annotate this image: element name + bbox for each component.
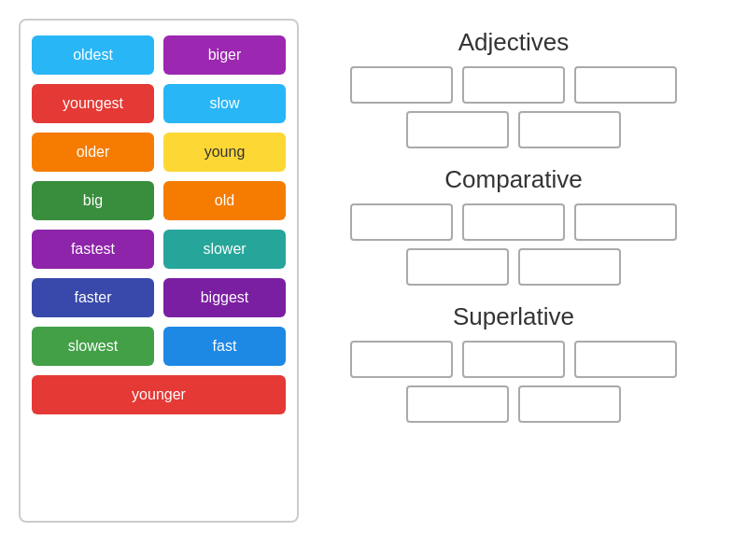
drop-box[interactable] — [350, 66, 453, 104]
word-tile-slowest[interactable]: slowest — [32, 327, 154, 366]
drop-row — [317, 111, 710, 148]
drop-row — [317, 248, 710, 286]
word-tile-young[interactable]: young — [163, 133, 286, 172]
section-title-superlative: Superlative — [317, 302, 710, 331]
word-tile-biger[interactable]: biger — [163, 35, 286, 75]
word-tile-slower[interactable]: slower — [163, 230, 286, 269]
sort-panel: AdjectivesComparativeSuperlative — [299, 19, 728, 430]
drop-box[interactable] — [350, 203, 453, 241]
word-tile-slow[interactable]: slow — [163, 84, 286, 123]
drop-row — [317, 385, 710, 423]
word-tile-older[interactable]: older — [32, 133, 154, 172]
drop-box[interactable] — [462, 203, 565, 241]
drop-box[interactable] — [406, 111, 509, 148]
drop-row — [317, 341, 710, 378]
drop-box[interactable] — [574, 203, 677, 241]
section-title-adjectives: Adjectives — [317, 28, 710, 57]
drop-box[interactable] — [462, 341, 565, 378]
word-tile-big[interactable]: big — [32, 181, 154, 220]
word-tile-fast[interactable]: fast — [163, 327, 286, 366]
drop-box[interactable] — [518, 385, 621, 423]
word-tile-youngest[interactable]: youngest — [32, 84, 154, 123]
drop-box[interactable] — [574, 341, 677, 378]
section-title-comparative: Comparative — [317, 165, 710, 194]
word-tile-fastest[interactable]: fastest — [32, 230, 154, 269]
word-bank: oldestbigeryoungestslowolderyoungbigoldf… — [19, 19, 299, 523]
drop-box[interactable] — [406, 385, 509, 423]
drop-row — [317, 203, 710, 241]
drop-box[interactable] — [462, 66, 565, 104]
word-tile-biggest[interactable]: biggest — [163, 278, 286, 317]
drop-box[interactable] — [574, 66, 677, 104]
word-tile-faster[interactable]: faster — [32, 278, 154, 317]
drop-box[interactable] — [518, 111, 621, 148]
word-tile-old[interactable]: old — [163, 181, 286, 220]
drop-row — [317, 66, 710, 104]
drop-box[interactable] — [350, 341, 453, 378]
drop-box[interactable] — [518, 248, 621, 286]
word-tile-younger[interactable]: younger — [32, 375, 286, 414]
drop-box[interactable] — [406, 248, 509, 286]
word-tile-oldest[interactable]: oldest — [32, 35, 154, 75]
